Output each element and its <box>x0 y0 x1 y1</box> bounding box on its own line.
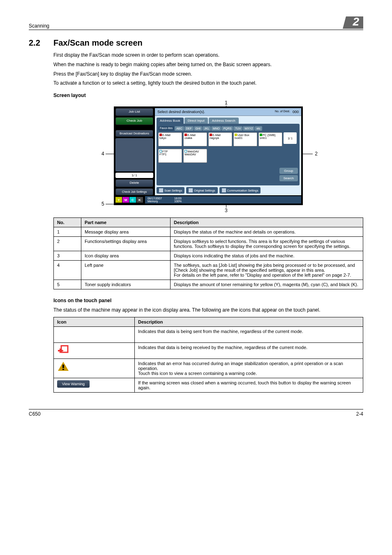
section-number: 2.2 <box>29 38 53 48</box>
ftp-icon <box>159 150 162 153</box>
toner-yellow: Y <box>115 197 122 203</box>
col-desc: Description <box>135 317 363 326</box>
page-header: Scanning 2 <box>29 16 363 30</box>
dest-card[interactable]: WebDAVWebDAV <box>183 149 207 163</box>
index-pqrs[interactable]: PQRS <box>221 126 233 131</box>
message-bar: Select desired destination(s). No. of De… <box>155 108 301 116</box>
svg-marker-1 <box>63 335 69 340</box>
index-favorites[interactable]: Favor-ites <box>158 126 174 131</box>
callout-3: 3 <box>225 208 228 213</box>
icons-heading: Icons on the touch panel <box>53 298 363 303</box>
icons-table: Icon Description Indicates that data is … <box>53 317 363 393</box>
index-row: Favor-ites ABC DEF GHI JKL MNO PQRS TUV … <box>158 126 298 131</box>
table-row: 2 Functions/settings display area Displa… <box>54 237 363 251</box>
screen-layout-heading: Screen layout <box>53 92 363 98</box>
section-title-text: Fax/Scan mode screen <box>53 38 143 47</box>
col-name: Part name <box>81 218 171 227</box>
dest-count-value: 000 <box>293 110 299 114</box>
dest-card[interactable]: E-Mailtokyo <box>158 132 182 146</box>
data-receive-icon <box>57 345 69 356</box>
index-jkl[interactable]: JKL <box>203 126 211 131</box>
data-send-icon <box>57 329 69 340</box>
table-row: 5 Toner supply indicators Displays the a… <box>54 280 363 289</box>
comm-settings-tab[interactable]: Communication Settings <box>219 187 261 194</box>
delete-button[interactable]: Delete <box>115 179 153 187</box>
original-icon <box>189 188 193 192</box>
svg-rect-5 <box>62 365 64 368</box>
search-button[interactable]: Search <box>279 175 298 181</box>
dest-card[interactable]: User Boxbox01 <box>233 132 257 146</box>
dest-card[interactable]: E-Mailnagoya <box>208 132 232 146</box>
email-icon <box>184 134 187 136</box>
job-list-button[interactable]: Job List <box>115 108 153 116</box>
callout-2: 2 <box>315 151 318 157</box>
index-etc[interactable]: etc <box>255 126 262 131</box>
intro-p2: When the machine is ready to begin makin… <box>53 61 363 68</box>
warning-triangle-icon <box>57 368 69 372</box>
webdav-icon <box>184 150 187 153</box>
check-job-button[interactable]: Check Job <box>115 117 153 125</box>
toner-magenta: M <box>122 197 129 203</box>
message-text: Select desired destination(s). <box>157 110 205 114</box>
index-mno[interactable]: MNO <box>211 126 221 131</box>
index-ghi[interactable]: GHI <box>194 126 202 131</box>
dest-card[interactable]: FTPFTP1 <box>158 149 182 163</box>
col-no: No. <box>54 218 81 227</box>
toner-black: K <box>136 197 143 203</box>
broadcast-dest-button[interactable]: Broadcast Destinations <box>115 130 153 137</box>
left-pane: Job List Check Job Broadcast Destination… <box>115 108 153 195</box>
intro-p4: To activate a function or to select a se… <box>53 80 363 87</box>
smb-icon <box>260 134 262 136</box>
device-screenshot: 1 2 3 4 5 Job List Check Job Broadcast D… <box>101 106 315 205</box>
col-icon: Icon <box>54 317 135 326</box>
table-row: Indicates that data is being received by… <box>54 342 363 358</box>
dest-count-label: No. of Dest. <box>275 110 290 114</box>
tab-address-search[interactable]: Address Search <box>209 118 239 124</box>
svg-rect-6 <box>62 369 64 370</box>
index-wxyz[interactable]: WXYZ <box>243 126 254 131</box>
scan-settings-tab[interactable]: Scan Settings <box>157 187 184 194</box>
tab-direct-input[interactable]: Direct Input <box>184 118 208 124</box>
status-info-bar: 06/17/2007Memory 18:03100% <box>145 196 301 204</box>
toner-cyan: C <box>129 197 136 203</box>
index-tuv[interactable]: TUV <box>233 126 242 131</box>
table-row: 3 Icon display area Displays icons indic… <box>54 251 363 261</box>
left-pane-body <box>115 138 153 171</box>
email-icon <box>210 134 212 136</box>
table-row: View Warning If the warning screen was c… <box>54 378 363 392</box>
col-desc: Description <box>171 218 363 227</box>
dest-card[interactable]: PC (SMB)smb1 <box>258 132 282 146</box>
view-warning-button[interactable]: View Warning <box>57 380 90 388</box>
icons-intro: The status of the machine may appear in … <box>53 307 363 314</box>
table-row: 4 Left pane The softkeys, such as [Job L… <box>54 261 363 280</box>
callout-1: 1 <box>225 100 228 106</box>
table-row: Indicates that data is being sent from t… <box>54 326 363 342</box>
footer-model: C650 <box>29 411 41 417</box>
intro-p1: First display the Fax/Scan mode screen i… <box>53 52 363 59</box>
group-button[interactable]: Group <box>279 168 298 174</box>
intro-p3: Press the [Fax/Scan] key to display the … <box>53 71 363 78</box>
header-section: Scanning <box>29 23 49 29</box>
table-row: Indicates that an error has occurred dur… <box>54 358 363 378</box>
email-icon <box>159 134 162 136</box>
svg-rect-0 <box>58 330 65 336</box>
comm-icon <box>222 188 226 192</box>
callout-4: 4 <box>101 151 104 157</box>
dest-card[interactable]: E-Mailosaka <box>183 132 207 146</box>
userbox-icon <box>235 134 237 136</box>
tab-address-book[interactable]: Address Book <box>157 118 184 124</box>
check-job-settings-button[interactable]: Check Job Settings <box>115 188 153 196</box>
scan-icon <box>159 188 163 192</box>
callout-5: 5 <box>101 201 104 207</box>
parts-table: No. Part name Description 1 Message disp… <box>53 217 363 289</box>
section-title: 2.2Fax/Scan mode screen <box>29 38 363 48</box>
page-footer: C650 2-4 <box>29 409 363 417</box>
chapter-number: 2 <box>346 16 363 29</box>
dest-page-indicator: 1/ 1 <box>284 132 297 144</box>
footer-page: 2-4 <box>356 411 363 417</box>
toner-indicators: Y M C K <box>115 197 143 203</box>
left-page-indicator: 1/ 1 <box>115 173 153 178</box>
index-abc[interactable]: ABC <box>175 126 184 131</box>
index-def[interactable]: DEF <box>184 126 194 131</box>
original-settings-tab[interactable]: Original Settings <box>186 187 217 194</box>
